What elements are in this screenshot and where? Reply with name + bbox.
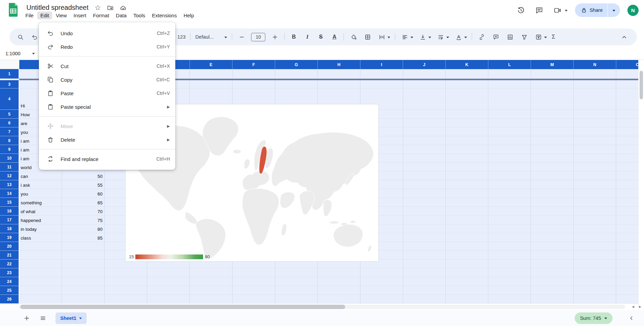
column-header-I[interactable]: I — [360, 60, 403, 69]
menu-insert[interactable]: Insert — [70, 12, 89, 19]
row-header-15[interactable]: 15 — [0, 198, 19, 207]
row-header-3[interactable]: 3 — [0, 80, 19, 88]
cell-N22[interactable] — [574, 260, 616, 268]
cell-M24[interactable] — [531, 277, 574, 286]
cell-J6[interactable] — [403, 119, 446, 127]
video-camera-icon[interactable] — [551, 3, 564, 17]
cell-K20[interactable] — [446, 242, 488, 251]
fill-color-icon[interactable] — [349, 32, 358, 42]
cell-O11[interactable] — [616, 163, 638, 171]
row-header-20[interactable]: 20 — [0, 242, 19, 251]
filter-views-button[interactable] — [534, 32, 547, 42]
menu-tools[interactable]: Tools — [130, 12, 148, 19]
borders-icon[interactable] — [363, 32, 372, 42]
cell-K25[interactable] — [446, 286, 488, 295]
cell-N18[interactable] — [574, 224, 616, 233]
strikethrough-button[interactable]: S — [316, 34, 325, 40]
cell-J11[interactable] — [403, 163, 446, 171]
row-header-21[interactable]: 21 — [0, 251, 19, 260]
cell-J25[interactable] — [403, 286, 446, 295]
row-header-18[interactable]: 18 — [0, 224, 19, 233]
text-color-button[interactable]: A — [330, 34, 339, 40]
cell-M14[interactable] — [531, 189, 574, 198]
cell-A24[interactable] — [19, 277, 62, 286]
cell-I26[interactable] — [360, 295, 403, 304]
insert-chart-icon[interactable] — [505, 32, 515, 42]
row-header-1[interactable]: 1 — [0, 69, 19, 79]
cell-L4[interactable] — [488, 88, 531, 110]
menu-item-copy[interactable]: Copy Ctrl+C — [39, 73, 175, 86]
cell-O17[interactable] — [616, 216, 638, 224]
cell-O18[interactable] — [616, 224, 638, 233]
cell-L18[interactable] — [488, 224, 531, 233]
menu-item-delete[interactable]: Delete ▶ — [39, 133, 175, 146]
cell-N12[interactable] — [574, 171, 616, 180]
row-header-7[interactable]: 7 — [0, 127, 19, 136]
sheet-tab-menu-icon[interactable] — [79, 318, 82, 321]
cell-O6[interactable] — [616, 119, 638, 127]
cell-M10[interactable] — [531, 154, 574, 163]
font-family-selector[interactable]: Defaul... — [195, 34, 227, 40]
cell-K4[interactable] — [446, 88, 488, 110]
cell-O14[interactable] — [616, 189, 638, 198]
cell-L1[interactable] — [488, 69, 531, 79]
cell-A23[interactable] — [19, 268, 62, 277]
cell-E25[interactable] — [190, 286, 232, 295]
cell-E1[interactable] — [190, 69, 232, 79]
insert-comment-icon[interactable] — [491, 32, 501, 42]
cell-O25[interactable] — [616, 286, 638, 295]
cell-M8[interactable] — [531, 136, 574, 145]
scroll-left-icon[interactable]: ◀ — [632, 305, 634, 308]
column-header-L[interactable]: L — [488, 60, 531, 69]
cell-D26[interactable] — [147, 295, 190, 304]
row-header-23[interactable]: 23 — [0, 268, 19, 277]
document-title[interactable]: Untitled spreadsheet — [26, 4, 88, 12]
cell-M16[interactable] — [531, 207, 574, 216]
cell-J3[interactable] — [403, 80, 446, 88]
cell-M15[interactable] — [531, 198, 574, 207]
vertical-scrollbar-thumb[interactable] — [640, 71, 643, 99]
cell-B21[interactable] — [62, 251, 105, 260]
cell-L20[interactable] — [488, 242, 531, 251]
cell-K19[interactable] — [446, 233, 488, 242]
cell-J22[interactable] — [403, 260, 446, 268]
cell-B19[interactable]: 85 — [62, 233, 105, 242]
cell-L9[interactable] — [488, 145, 531, 154]
cell-J23[interactable] — [403, 268, 446, 277]
column-header-E[interactable]: E — [190, 60, 232, 69]
cell-B24[interactable] — [62, 277, 105, 286]
cell-K24[interactable] — [446, 277, 488, 286]
cell-K10[interactable] — [446, 154, 488, 163]
cell-F1[interactable] — [232, 69, 275, 79]
cell-O22[interactable] — [616, 260, 638, 268]
cell-J4[interactable] — [403, 88, 446, 110]
cell-O13[interactable] — [616, 180, 638, 189]
decrease-font-size-button[interactable] — [237, 32, 246, 42]
row-header-25[interactable]: 25 — [0, 286, 19, 295]
cloud-check-icon[interactable] — [120, 4, 127, 11]
cell-N15[interactable] — [574, 198, 616, 207]
cell-A17[interactable]: happened — [19, 216, 62, 224]
cell-O9[interactable] — [616, 145, 638, 154]
select-all-corner[interactable] — [0, 60, 19, 69]
cell-L7[interactable] — [488, 127, 531, 136]
star-icon[interactable]: ☆ — [94, 4, 101, 11]
cell-L24[interactable] — [488, 277, 531, 286]
cell-E26[interactable] — [190, 295, 232, 304]
cell-M12[interactable] — [531, 171, 574, 180]
vertical-align-button[interactable] — [418, 32, 431, 42]
cell-K15[interactable] — [446, 198, 488, 207]
cell-A16[interactable]: of what — [19, 207, 62, 216]
cell-F25[interactable] — [232, 286, 275, 295]
column-header-O[interactable]: O — [616, 60, 638, 69]
cell-M20[interactable] — [531, 242, 574, 251]
avatar[interactable]: N — [627, 5, 639, 16]
cell-O5[interactable] — [616, 110, 638, 119]
cell-G24[interactable] — [275, 277, 318, 286]
text-rotation-button[interactable] — [454, 32, 467, 42]
column-header-F[interactable]: F — [232, 60, 275, 69]
menu-data[interactable]: Data — [113, 12, 130, 19]
cell-I23[interactable] — [360, 268, 403, 277]
cell-K22[interactable] — [446, 260, 488, 268]
row-header-11[interactable]: 11 — [0, 163, 19, 171]
